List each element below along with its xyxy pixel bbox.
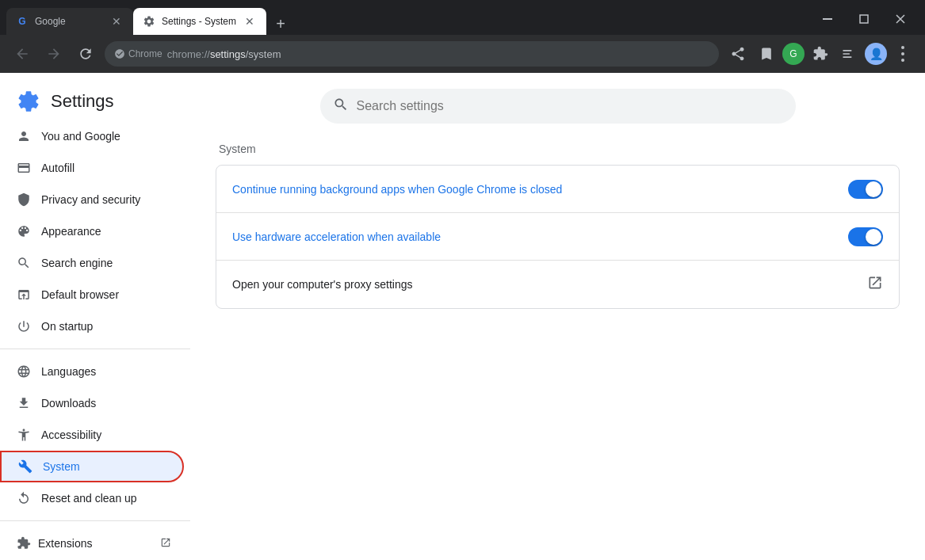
toggle-background-apps[interactable] (848, 180, 883, 199)
toggle-hardware-accel[interactable] (848, 227, 883, 246)
sidebar-divider-2 (0, 520, 190, 521)
svg-point-2 (901, 46, 904, 49)
maximize-button[interactable] (846, 6, 882, 32)
reload-button[interactable] (73, 41, 98, 67)
settings-row-hardware-accel-label[interactable]: Use hardware acceleration when available (232, 230, 441, 243)
settings-row-proxy-label: Open your computer's proxy settings (232, 278, 413, 291)
puzzle-icon (16, 535, 32, 551)
globe-icon (16, 364, 32, 379)
sidebar-item-reset[interactable]: Reset and clean up (0, 482, 184, 514)
sidebar-label-extensions: Extensions (38, 537, 92, 550)
settings-row-proxy-text: Open your computer's proxy settings (232, 277, 867, 291)
new-tab-button[interactable]: + (269, 13, 292, 35)
tab-settings-title: Settings - System (162, 16, 236, 27)
settings-layout: Settings You and Google Autofill Priv (0, 73, 925, 560)
avatar-icon[interactable]: 👤 (865, 43, 887, 65)
svg-rect-1 (860, 15, 868, 23)
close-button[interactable] (882, 6, 919, 32)
search-input[interactable] (357, 99, 783, 113)
sidebar-label-privacy: Privacy and security (41, 193, 140, 206)
sidebar-label-languages: Languages (41, 365, 96, 378)
tab-google-title: Google (35, 16, 103, 27)
svg-point-3 (901, 52, 904, 55)
tab-settings-close[interactable]: ✕ (243, 14, 257, 29)
menu-icon[interactable] (890, 41, 915, 67)
sidebar-item-appearance[interactable]: Appearance (0, 215, 184, 247)
sidebar-item-autofill[interactable]: Autofill (0, 152, 184, 184)
google-favicon: G (16, 15, 29, 28)
sidebar: Settings You and Google Autofill Priv (0, 73, 190, 560)
settings-favicon (143, 15, 155, 28)
sidebar-item-on-startup[interactable]: On startup (0, 310, 184, 342)
url-domain: settings (210, 48, 246, 60)
sidebar-label-downloads: Downloads (41, 397, 96, 410)
url-display: chrome://settings/system (167, 48, 281, 60)
sidebar-label-accessibility: Accessibility (41, 429, 101, 441)
reset-icon (16, 490, 32, 506)
url-security-icon: Chrome (114, 48, 162, 59)
profile-icon[interactable]: G (782, 43, 805, 65)
sidebar-item-search-engine[interactable]: Search engine (0, 247, 184, 279)
sidebar-item-accessibility[interactable]: Accessibility (0, 419, 184, 451)
sidebar-label-search-engine: Search engine (41, 257, 113, 269)
extension-icon[interactable] (808, 41, 833, 67)
sidebar-label-default-browser: Default browser (41, 288, 119, 301)
minimize-button[interactable] (809, 6, 846, 32)
settings-row-background-apps-text: Continue running background apps when Go… (232, 182, 848, 196)
sidebar-item-languages[interactable]: Languages (0, 356, 184, 387)
accessibility-icon (16, 427, 32, 443)
settings-row-proxy[interactable]: Open your computer's proxy settings (216, 261, 899, 308)
palette-icon (16, 223, 32, 239)
main-content: System Continue running background apps … (190, 73, 925, 560)
tab-settings[interactable]: Settings - System ✕ (133, 8, 266, 35)
svg-point-4 (901, 59, 904, 62)
search-icon (16, 255, 32, 271)
proxy-external-link-icon[interactable] (867, 275, 883, 295)
autofill-icon (16, 160, 32, 176)
url-bar[interactable]: Chrome chrome://settings/system (105, 41, 719, 67)
sidebar-label-reset: Reset and clean up (41, 492, 137, 505)
settings-row-background-apps-label[interactable]: Continue running background apps when Go… (232, 183, 562, 196)
download-icon (16, 395, 32, 411)
search-bar-icon (333, 97, 349, 116)
settings-row-hardware-accel-text: Use hardware acceleration when available (232, 230, 848, 244)
sidebar-label-system: System (43, 460, 80, 473)
url-scheme: chrome:// (167, 48, 210, 60)
settings-card: Continue running background apps when Go… (216, 165, 900, 309)
tab-bar: G Google ✕ Settings - System ✕ + (0, 0, 925, 35)
extensions-external-icon (160, 537, 171, 550)
sidebar-item-you-and-google[interactable]: You and Google (0, 120, 184, 152)
forward-button[interactable] (41, 41, 67, 67)
browser-icon (16, 287, 32, 303)
sidebar-item-privacy[interactable]: Privacy and security (0, 184, 184, 215)
sidebar-item-downloads[interactable]: Downloads (0, 387, 184, 419)
sidebar-divider (0, 349, 190, 349)
share-icon[interactable] (725, 41, 751, 67)
section-title: System (216, 143, 900, 155)
url-path: /system (246, 48, 281, 60)
person-icon (16, 128, 32, 144)
sidebar-item-default-browser[interactable]: Default browser (0, 279, 184, 310)
window-controls (809, 6, 919, 35)
settings-title: Settings (51, 91, 114, 112)
search-bar[interactable] (320, 89, 796, 124)
wrench-icon (17, 459, 33, 474)
svg-rect-0 (823, 18, 832, 20)
sidebar-toggle-icon[interactable] (836, 41, 862, 67)
tab-google-close[interactable]: ✕ (109, 14, 124, 29)
sidebar-item-system[interactable]: System (0, 451, 184, 482)
search-bar-container (216, 89, 900, 124)
sidebar-label-autofill: Autofill (41, 162, 75, 174)
back-button[interactable] (10, 41, 35, 67)
sidebar-label-on-startup: On startup (41, 320, 93, 333)
settings-row-hardware-accel: Use hardware acceleration when available (216, 213, 899, 261)
sidebar-item-extensions[interactable]: Extensions (0, 528, 184, 559)
url-security-text: Chrome (128, 48, 162, 59)
bookmark-icon[interactable] (754, 41, 779, 67)
browser-window: G Google ✕ Settings - System ✕ + (0, 0, 925, 560)
settings-row-background-apps: Continue running background apps when Go… (216, 166, 899, 213)
power-icon (16, 318, 32, 334)
sidebar-label-you-and-google: You and Google (41, 130, 120, 143)
tab-google[interactable]: G Google ✕ (6, 8, 133, 35)
toolbar-icons: G 👤 (725, 41, 915, 67)
